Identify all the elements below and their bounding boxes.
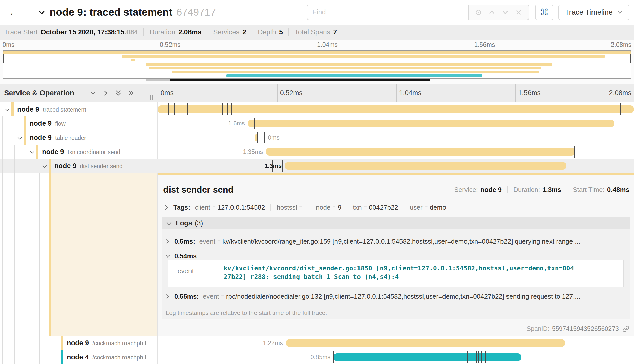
logs-title: Logs <box>176 219 192 227</box>
log-marker-tick[interactable] <box>248 103 248 115</box>
span-expand-chevron-icon[interactable] <box>29 149 35 156</box>
collapse-one-level-icon[interactable] <box>102 89 110 97</box>
axis-tick-label: 0ms <box>158 84 174 102</box>
minimap-span-bar <box>172 71 539 73</box>
log-marker-tick[interactable] <box>574 146 575 158</box>
span-duration-label: 1.6ms <box>228 116 245 131</box>
expand-one-level-icon[interactable] <box>89 89 97 97</box>
log-entry-row[interactable]: 0.5ms: event = kv/kvclient/kvcoord/range… <box>165 235 627 248</box>
minimap-scrollbar-thumb[interactable] <box>170 79 430 81</box>
span-timeline-row[interactable]: 1.3ms <box>158 159 634 173</box>
span-duration-bar[interactable] <box>255 134 259 141</box>
deep-link-icon[interactable] <box>622 325 629 332</box>
log-marker-tick[interactable] <box>179 103 179 115</box>
log-marker-tick[interactable] <box>221 103 221 115</box>
span-tree-row[interactable]: node 9table reader <box>0 131 157 145</box>
log-marker-tick[interactable] <box>174 103 175 115</box>
tag-item: client=127.0.0.1:54582 <box>195 204 265 211</box>
span-operation-name: /cockroach.roachpb.I... <box>92 340 151 347</box>
span-duration-bar[interactable] <box>285 162 566 170</box>
collapse-trace-chevron-icon[interactable] <box>37 8 46 17</box>
span-duration-bar[interactable] <box>266 148 575 156</box>
log-marker-tick[interactable] <box>478 351 479 363</box>
log-marker-tick[interactable] <box>471 351 471 363</box>
log-marker-tick[interactable] <box>225 103 225 115</box>
span-timeline-row[interactable]: 1.6ms <box>158 116 634 131</box>
log-marker-tick[interactable] <box>227 103 228 115</box>
back-button[interactable]: ← <box>0 0 28 25</box>
span-color-bar <box>36 145 38 159</box>
log-marker-tick[interactable] <box>485 351 486 363</box>
trace-view-selector[interactable]: Trace Timeline <box>558 5 629 20</box>
log-marker-tick[interactable] <box>285 160 285 172</box>
trace-stat: Duration2.08ms <box>143 28 202 36</box>
trace-stat: Total Spans7 <box>288 28 337 36</box>
log-marker-tick[interactable] <box>476 351 477 363</box>
service-value: node 9 <box>480 186 502 194</box>
log-marker-tick[interactable] <box>481 351 482 363</box>
prev-match-icon[interactable] <box>488 8 496 16</box>
log-marker-tick[interactable] <box>176 103 176 115</box>
span-tree-row[interactable]: node 9traced statement <box>0 102 157 116</box>
log-marker-tick[interactable] <box>264 132 265 143</box>
span-service-name: node 9/cockroach.roachpb.I... <box>67 339 151 347</box>
span-duration-bar[interactable] <box>286 339 565 347</box>
selected-span-indent-fill <box>51 173 157 336</box>
minimap-time-label: 1.04ms <box>317 41 338 48</box>
service-label: Service: <box>454 186 478 194</box>
log-key: event <box>199 238 215 245</box>
log-marker-tick[interactable] <box>257 132 258 143</box>
log-marker-tick[interactable] <box>521 351 521 363</box>
span-duration-bar[interactable] <box>333 353 521 361</box>
collapse-all-icon[interactable] <box>127 89 135 97</box>
log-marker-tick[interactable] <box>187 103 188 115</box>
span-expand-chevron-icon[interactable] <box>41 163 48 170</box>
find-input[interactable] <box>307 5 469 20</box>
log-entry-row[interactable]: 0.55ms: event = rpc/nodedialer/nodediale… <box>165 290 627 303</box>
log-marker-tick[interactable] <box>222 103 223 115</box>
log-marker-tick[interactable] <box>618 103 618 115</box>
span-detail-panel: dist sender send Service: node 9 Duratio… <box>158 173 634 336</box>
span-duration-label: 0.85ms <box>311 350 331 364</box>
trace-view-label: Trace Timeline <box>565 8 613 16</box>
log-marker-tick[interactable] <box>254 118 255 129</box>
log-marker-tick[interactable] <box>226 103 226 115</box>
span-duration-bar[interactable] <box>158 105 634 113</box>
span-timeline-row[interactable]: 1.35ms <box>158 145 634 159</box>
keyboard-shortcuts-button[interactable]: ⌘ <box>535 5 553 20</box>
log-marker-tick[interactable] <box>282 160 283 172</box>
log-marker-tick[interactable] <box>467 351 468 363</box>
span-id-value: 5597415943526560273 <box>552 325 619 332</box>
span-tree-row[interactable]: node 4/cockroach.roachpb.I... <box>0 350 157 364</box>
focus-match-icon[interactable] <box>474 8 482 16</box>
log-marker-tick[interactable] <box>333 351 334 363</box>
next-match-icon[interactable] <box>501 8 509 16</box>
span-tree-row[interactable]: node 9flow <box>0 116 157 131</box>
trace-minimap[interactable] <box>3 50 631 79</box>
span-duration-bar[interactable] <box>248 120 614 127</box>
span-timeline-row[interactable]: 1.22ms <box>158 336 634 350</box>
trace-minimap-section: 0ms0.52ms1.04ms1.56ms2.08ms <box>0 40 634 84</box>
span-expand-chevron-icon[interactable] <box>4 106 11 113</box>
span-tree-row[interactable]: node 9/cockroach.roachpb.I... <box>0 336 157 350</box>
log-marker-tick[interactable] <box>168 103 169 115</box>
service-operation-title: Service & Operation <box>4 89 74 97</box>
column-resizer-grip[interactable] <box>150 95 153 100</box>
log-marker-tick[interactable] <box>474 351 474 363</box>
clear-find-icon[interactable] <box>515 8 523 16</box>
span-expand-chevron-icon[interactable] <box>16 135 23 141</box>
logs-accordion-header[interactable]: Logs (3) <box>162 217 630 229</box>
span-timeline-row[interactable] <box>158 102 634 116</box>
chevron-right-icon <box>163 204 170 211</box>
span-timeline-row[interactable]: 0ms <box>158 131 634 145</box>
log-marker-tick[interactable] <box>231 103 232 115</box>
span-tree-row[interactable]: node 9txn coordinator send <box>0 145 157 159</box>
expand-all-icon[interactable] <box>115 89 122 97</box>
log-marker-tick[interactable] <box>620 103 621 115</box>
log-key: event <box>168 260 224 287</box>
tags-accordion[interactable]: Tags: client=127.0.0.1:54582hostssl=node… <box>163 201 629 213</box>
span-timeline-row[interactable]: 0.85ms <box>158 350 634 364</box>
span-tree-row[interactable]: node 9dist sender send <box>0 159 157 173</box>
indent-guide <box>39 350 40 364</box>
trace-page-header: ← node 9: traced statement 6749717 ⌘ Tra… <box>0 0 634 25</box>
